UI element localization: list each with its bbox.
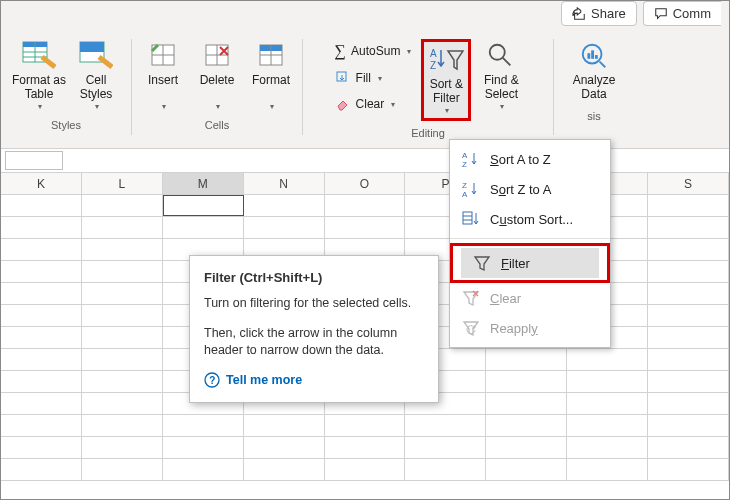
column-header-S[interactable]: S	[648, 173, 729, 194]
delete-button[interactable]: Delete▾	[193, 39, 241, 113]
cell[interactable]	[82, 195, 163, 216]
cell[interactable]	[1, 217, 82, 238]
analyze-data-button[interactable]: Analyze Data	[570, 39, 618, 104]
cell-styles-button[interactable]: Cell Styles▾	[72, 39, 120, 113]
cell[interactable]	[567, 437, 648, 458]
cell[interactable]	[244, 217, 325, 238]
column-header-M[interactable]: M	[163, 173, 244, 194]
cell[interactable]	[1, 415, 82, 436]
cell[interactable]	[1, 459, 82, 480]
cell[interactable]	[244, 459, 325, 480]
cell[interactable]	[82, 283, 163, 304]
menu-item-custom-sort[interactable]: CuCustom Sort...stom Sort...	[450, 204, 610, 234]
top-actions: Share Comm	[561, 1, 721, 26]
cell[interactable]	[1, 437, 82, 458]
cell[interactable]	[82, 327, 163, 348]
cell[interactable]	[163, 217, 244, 238]
cell[interactable]	[325, 195, 406, 216]
insert-label: Insert	[148, 73, 178, 87]
column-header-L[interactable]: L	[82, 173, 163, 194]
cell[interactable]	[648, 195, 729, 216]
cell[interactable]	[486, 437, 567, 458]
cell[interactable]	[1, 283, 82, 304]
help-icon: ?	[204, 372, 220, 388]
column-header-K[interactable]: K	[1, 173, 82, 194]
menu-item-filter[interactable]: FFilterilter	[461, 248, 599, 278]
menu-separator	[450, 238, 610, 239]
chevron-down-icon: ▾	[407, 47, 411, 56]
menu-item-sort-az[interactable]: AZ SSort A to Zort A to Z	[450, 144, 610, 174]
menu-item-sort-za[interactable]: ZA SoSort Z to Art Z to A	[450, 174, 610, 204]
find-select-button[interactable]: Find & Select▾	[477, 39, 525, 113]
cell[interactable]	[163, 195, 244, 216]
cell[interactable]	[567, 349, 648, 370]
cell[interactable]	[405, 459, 486, 480]
name-box[interactable]	[5, 151, 63, 170]
cell[interactable]	[648, 261, 729, 282]
autosum-button[interactable]: ∑ AutoSum ▾	[331, 39, 416, 63]
cell[interactable]	[82, 437, 163, 458]
insert-button[interactable]: Insert▾	[139, 39, 187, 113]
cell[interactable]	[648, 371, 729, 392]
cell[interactable]	[82, 371, 163, 392]
cell[interactable]	[163, 437, 244, 458]
cell[interactable]	[82, 349, 163, 370]
cell[interactable]	[486, 371, 567, 392]
cell[interactable]	[82, 415, 163, 436]
format-button[interactable]: Format▾	[247, 39, 295, 113]
format-as-table-button[interactable]: Format as Table▾	[12, 39, 66, 113]
cell[interactable]	[1, 305, 82, 326]
sort-filter-button[interactable]: AZ Sort & Filter▾	[421, 39, 471, 121]
cell[interactable]	[163, 459, 244, 480]
cell[interactable]	[82, 393, 163, 414]
cell[interactable]	[82, 305, 163, 326]
fill-button[interactable]: Fill ▾	[331, 67, 416, 89]
cell[interactable]	[567, 459, 648, 480]
comments-button[interactable]: Comm	[643, 1, 721, 26]
cell[interactable]	[405, 437, 486, 458]
cell[interactable]	[325, 459, 406, 480]
cell[interactable]	[163, 415, 244, 436]
cell[interactable]	[1, 349, 82, 370]
cell[interactable]	[1, 195, 82, 216]
svg-text:Z: Z	[430, 60, 436, 71]
column-header-O[interactable]: O	[325, 173, 406, 194]
cell[interactable]	[486, 349, 567, 370]
cell[interactable]	[648, 283, 729, 304]
cell[interactable]	[648, 393, 729, 414]
cell[interactable]	[1, 327, 82, 348]
cell[interactable]	[82, 261, 163, 282]
cell[interactable]	[1, 261, 82, 282]
cell[interactable]	[244, 437, 325, 458]
cell[interactable]	[244, 415, 325, 436]
cell[interactable]	[567, 415, 648, 436]
cell[interactable]	[648, 349, 729, 370]
cell[interactable]	[486, 415, 567, 436]
cell[interactable]	[648, 217, 729, 238]
cell[interactable]	[82, 217, 163, 238]
cell[interactable]	[648, 459, 729, 480]
tell-me-more-link[interactable]: ? Tell me more	[204, 372, 424, 388]
cell[interactable]	[1, 371, 82, 392]
cell[interactable]	[325, 437, 406, 458]
cell[interactable]	[244, 195, 325, 216]
clear-button[interactable]: Clear ▾	[331, 93, 416, 115]
cell[interactable]	[325, 217, 406, 238]
cell[interactable]	[405, 415, 486, 436]
share-button[interactable]: Share	[561, 1, 637, 26]
cell[interactable]	[648, 239, 729, 260]
cell[interactable]	[325, 415, 406, 436]
cell[interactable]	[1, 393, 82, 414]
column-header-N[interactable]: N	[244, 173, 325, 194]
cell[interactable]	[567, 371, 648, 392]
cell[interactable]	[648, 437, 729, 458]
cell[interactable]	[82, 239, 163, 260]
cell[interactable]	[1, 239, 82, 260]
cell[interactable]	[567, 393, 648, 414]
cell[interactable]	[648, 305, 729, 326]
cell[interactable]	[486, 393, 567, 414]
cell[interactable]	[648, 327, 729, 348]
cell[interactable]	[648, 415, 729, 436]
cell[interactable]	[486, 459, 567, 480]
cell[interactable]	[82, 459, 163, 480]
